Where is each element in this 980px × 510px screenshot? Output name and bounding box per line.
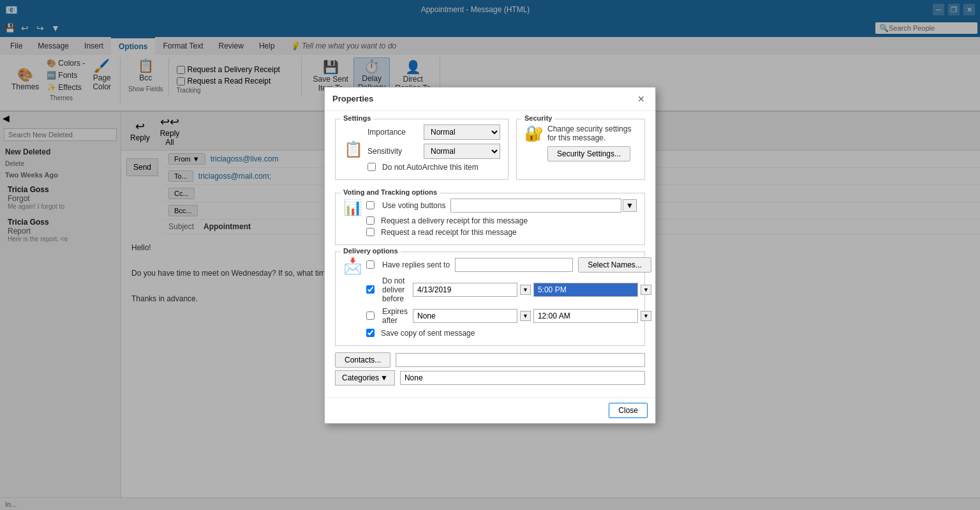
delivery-section: Delivery options 📩 Have replies sent to … <box>335 251 645 346</box>
expires-after-check[interactable] <box>366 311 375 320</box>
have-replies-label: Have replies sent to <box>382 260 450 269</box>
use-voting-row: Use voting buttons ▼ <box>366 199 637 213</box>
use-voting-dropdown[interactable]: ▼ <box>623 199 637 212</box>
expires-after-time[interactable]: 12:00 AM <box>533 309 638 323</box>
settings-section: Settings 📋 Importance Normal High <box>335 119 509 180</box>
sensitivity-row: Sensitivity Normal Personal Private Conf… <box>368 144 500 159</box>
do-not-deliver-label: Do not deliver before <box>382 276 408 303</box>
do-not-autoarchive-row: Do not AutoArchive this item <box>368 163 500 172</box>
delivery-receipt-text: Request a delivery receipt for this mess… <box>381 216 528 225</box>
contacts-input[interactable] <box>396 353 645 367</box>
do-not-autoarchive-check[interactable] <box>368 163 376 171</box>
sensitivity-label: Sensitivity <box>368 147 419 156</box>
security-description: Change security settings for this messag… <box>547 124 637 142</box>
dialog-read-receipt-check[interactable] <box>366 228 375 236</box>
have-replies-check[interactable] <box>366 260 375 269</box>
time-dropdown-btn[interactable]: ▼ <box>641 285 651 295</box>
do-not-deliver-check[interactable] <box>366 285 375 294</box>
importance-label: Importance <box>368 128 419 137</box>
properties-dialog: Properties ✕ Settings 📋 Importance <box>324 87 656 424</box>
do-not-autoarchive-label: Do not AutoArchive this item <box>382 163 479 172</box>
date-dropdown-btn[interactable]: ▼ <box>520 285 531 295</box>
dialog-close-btn[interactable]: ✕ <box>635 93 648 105</box>
security-section-title: Security <box>522 114 554 122</box>
dialog-delivery-receipt-check[interactable] <box>366 216 375 225</box>
dialog-close-bottom-btn[interactable]: Close <box>609 403 648 418</box>
dialog-footer: Close <box>325 397 655 423</box>
categories-btn[interactable]: Categories ▼ <box>335 370 395 386</box>
categories-dropdown-icon: ▼ <box>380 373 388 382</box>
use-voting-check[interactable] <box>366 201 375 209</box>
security-section: Security 🔐 Change security settings for … <box>516 119 645 180</box>
settings-section-title: Settings <box>341 114 373 122</box>
voting-section-title: Voting and Tracking options <box>341 188 440 196</box>
dialog-titlebar: Properties ✕ <box>325 87 655 111</box>
settings-icon: 📋 <box>344 140 363 158</box>
security-settings-btn[interactable]: Security Settings... <box>547 146 630 161</box>
have-replies-input[interactable] <box>455 258 573 272</box>
read-receipt-row: Request a read receipt for this message <box>366 228 637 237</box>
do-not-deliver-date[interactable]: 4/13/2019 <box>413 283 517 297</box>
do-not-deliver-row: Do not deliver before 4/13/2019 ▼ ▼ <box>366 276 651 303</box>
contacts-row: Contacts... <box>335 352 645 368</box>
delivery-receipt-row: Request a delivery receipt for this mess… <box>366 216 637 225</box>
categories-row: Categories ▼ <box>335 370 645 386</box>
expires-time-dropdown[interactable]: ▼ <box>641 311 651 321</box>
dialog-overlay: Properties ✕ Settings 📋 Importance <box>0 0 980 510</box>
voting-icon: 📊 <box>343 199 362 239</box>
settings-security-row: Settings 📋 Importance Normal High <box>335 119 645 186</box>
use-voting-input[interactable] <box>450 199 621 213</box>
have-replies-row: Have replies sent to Select Names... <box>366 257 651 273</box>
use-voting-label: Use voting buttons <box>382 201 445 210</box>
contacts-btn[interactable]: Contacts... <box>335 352 390 368</box>
delivery-section-title: Delivery options <box>341 247 401 255</box>
sensitivity-select[interactable]: Normal Personal Private Confidential <box>424 144 500 159</box>
expires-date-dropdown[interactable]: ▼ <box>520 311 531 321</box>
categories-input[interactable] <box>400 371 645 385</box>
save-copy-check[interactable] <box>366 329 375 337</box>
dialog-title: Properties <box>332 94 373 103</box>
select-names-btn[interactable]: Select Names... <box>578 257 651 273</box>
dialog-body: Settings 📋 Importance Normal High <box>325 111 655 397</box>
delivery-icon: 📩 <box>343 257 362 340</box>
save-copy-row: Save copy of sent message <box>366 329 651 338</box>
save-copy-label: Save copy of sent message <box>381 329 475 338</box>
read-receipt-text: Request a read receipt for this message <box>381 228 517 237</box>
expires-after-label: Expires after <box>382 307 408 325</box>
do-not-deliver-time[interactable] <box>533 283 638 297</box>
expires-after-row: Expires after None ▼ 12:00 AM ▼ <box>366 307 651 325</box>
security-icon: 🔐 <box>524 124 544 161</box>
voting-section: Voting and Tracking options 📊 Use voting… <box>335 193 645 245</box>
expires-after-date[interactable]: None <box>413 309 517 323</box>
importance-row: Importance Normal High Low <box>368 124 500 140</box>
importance-select[interactable]: Normal High Low <box>424 124 500 140</box>
